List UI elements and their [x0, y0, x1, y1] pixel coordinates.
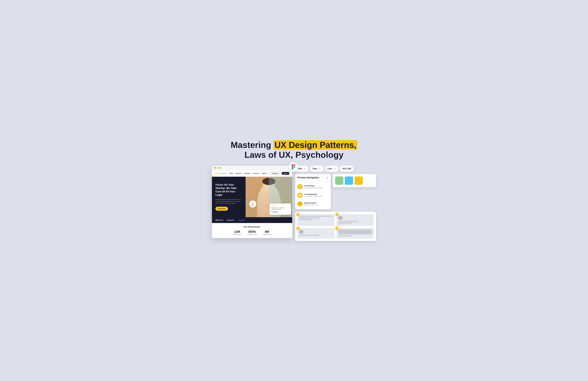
nav-about[interactable]: About ▾	[262, 173, 267, 174]
live-reporting-title: Live Reporting	[304, 193, 322, 195]
achievement-350: 350% Company Growth	[248, 230, 257, 235]
achievement-8m: 8M Global Investors	[263, 230, 271, 235]
figma-circle	[289, 162, 298, 172]
ai-grammar-desc: Working professionally easy	[304, 187, 322, 189]
browser-dot-yellow	[217, 167, 218, 169]
cars-label: Cars	[327, 167, 332, 170]
node-number-3: 3	[296, 227, 300, 230]
achievement-8m-number: 8M	[263, 230, 271, 234]
right-column: Kids › Toys › Cars › SUV (29)	[295, 166, 376, 241]
quick-invoice-text: Quick Invoice Receiving funds faster	[304, 202, 318, 206]
nav-dropdown-header[interactable]: Primary Navigation ∨	[295, 174, 331, 181]
achievements-grid: 12M Startup Success 350% Company Growth …	[215, 230, 289, 235]
browser-bar	[212, 166, 292, 170]
svg-rect-3	[292, 168, 294, 170]
wf-bar-3a	[299, 235, 319, 236]
wireframe-content: 1 2	[297, 214, 374, 239]
svg-rect-2	[292, 166, 294, 168]
nav-benefits[interactable]: Benefits ▾	[244, 173, 251, 174]
wireframe-node-1: 1	[297, 214, 335, 226]
live-reporting-text: Live Reporting Lorem ipsum business grow	[304, 193, 322, 197]
hero-image: 🔒 Trusted ★★★★★ Startup Law just make al…	[246, 177, 292, 217]
toys-label: Toys	[312, 167, 317, 170]
logo-o: O	[216, 172, 218, 174]
wf-circle-2	[338, 216, 342, 220]
live-reporting-desc: Lorem ipsum business grow	[304, 196, 322, 197]
nav-features[interactable]: Features ▾	[235, 173, 242, 174]
ai-grammar-text: AI Grammar Working professionally easy	[304, 185, 322, 189]
wf-bar-1a	[299, 216, 333, 217]
node-number-1: 1	[296, 213, 300, 216]
brands-section: NETFLIX verizon✓ Google	[212, 217, 292, 223]
contact-us-button[interactable]: Contact Us	[270, 172, 280, 175]
svg-rect-0	[292, 164, 294, 166]
wf-circle-3	[299, 229, 303, 234]
logo-text: L	[215, 172, 216, 174]
suv-label: SUV (29)	[342, 167, 351, 170]
page-wrapper: Mastering UX Design Patterns, Laws of UX…	[212, 140, 376, 241]
get-started-button[interactable]: Get Started	[215, 207, 228, 211]
wireframe-card: 1 2	[295, 212, 376, 241]
color-swatches-card	[333, 174, 376, 187]
browser-dot-red	[214, 167, 216, 169]
achievement-350-number: 350%	[248, 230, 257, 234]
quick-invoice-title: Quick Invoice	[304, 202, 318, 204]
nav-item-live-reporting[interactable]: 📄 Live Reporting Lorem ipsum business gr…	[295, 191, 331, 200]
category-pills: Kids › Toys › Cars › SUV (29)	[295, 166, 376, 172]
browser-frame-wrapper: LOGOIPSUM Home Features ▾ Benefits ▾ Ser…	[212, 166, 292, 238]
review-text: Startup Law just make all our missions w…	[271, 207, 289, 210]
swatch-blue	[345, 177, 353, 185]
achievements-section: Our Achievements 12M Startup Success 350…	[212, 223, 292, 238]
title-highlight: UX Design Patterns,	[273, 140, 357, 150]
main-title: Mastering UX Design Patterns, Laws of UX…	[212, 140, 376, 160]
figma-logo-icon	[291, 164, 295, 170]
hero-headline: Focus On Your Startup, We Take Care Of A…	[215, 183, 242, 197]
svg-point-4	[294, 166, 295, 168]
hero-section: Focus On Your Startup, We Take Care Of A…	[212, 177, 292, 217]
page-heading: Mastering UX Design Patterns, Laws of UX…	[212, 140, 376, 160]
sign-in-button[interactable]: Sign In	[282, 172, 289, 175]
logo-suffix: IPSUM	[221, 173, 226, 174]
category-toys[interactable]: Toys ›	[310, 166, 324, 172]
hero-body: Lorem ipsum dolor funding documen invest…	[215, 199, 242, 204]
title-part1: Mastering	[231, 140, 273, 150]
brand-verizon: verizon✓	[227, 219, 235, 221]
wf-bar-2b	[338, 223, 352, 224]
kids-arrow-icon: ›	[303, 167, 306, 170]
node-number-2: 2	[335, 213, 339, 216]
review-stars: ★★★★★	[271, 205, 289, 206]
achievement-8m-label: Global Investors	[263, 234, 271, 235]
trusted-badge: 🔒 Trusted	[249, 201, 256, 208]
wf-bar-1c	[299, 219, 313, 220]
nav-actions: Contact Us Sign In	[270, 172, 289, 175]
middle-row: Primary Navigation ∨ 📋 AI Grammar Workin…	[295, 174, 376, 209]
category-suv[interactable]: SUV (29)	[340, 166, 354, 172]
nav-home[interactable]: Home	[229, 173, 233, 174]
cars-arrow-icon: ›	[333, 167, 336, 170]
toys-arrow-icon: ›	[318, 167, 321, 170]
brand-google: Google	[239, 219, 245, 221]
trusted-lock-icon: 🔒	[252, 202, 254, 204]
ai-grammar-title: AI Grammar	[304, 185, 322, 187]
achievement-12m: 12M Startup Success	[233, 230, 242, 235]
browser-dot-green	[219, 167, 220, 169]
brand-netflix: NETFLIX	[215, 219, 223, 221]
achievements-title: Our Achievements	[215, 226, 289, 228]
browser-mockup: LOGOIPSUM Home Features ▾ Benefits ▾ Ser…	[212, 166, 292, 238]
achievement-350-label: Company Growth	[248, 234, 257, 235]
category-cars[interactable]: Cars ›	[325, 166, 339, 172]
nav-item-ai-grammar[interactable]: 📋 AI Grammar Working professionally easy	[295, 182, 331, 191]
nav-services[interactable]: Services ▾	[253, 173, 260, 174]
nav-dropdown-items: 📋 AI Grammar Working professionally easy…	[295, 181, 331, 209]
swatch-yellow	[355, 177, 363, 185]
nav-dropdown-card: Primary Navigation ∨ 📋 AI Grammar Workin…	[295, 174, 331, 209]
svg-rect-1	[294, 164, 295, 166]
nav-item-quick-invoice[interactable]: 💳 Quick Invoice Receiving funds faster	[295, 200, 331, 208]
hero-right: 🔒 Trusted ★★★★★ Startup Law just make al…	[246, 177, 292, 217]
review-role: CEO of Gvyanklukan	[271, 212, 289, 213]
trusted-label: Trusted	[251, 205, 254, 206]
wf-bar-2a	[338, 221, 358, 222]
achievement-12m-label: Startup Success	[233, 234, 242, 235]
nav-dropdown-title: Primary Navigation	[297, 176, 319, 179]
nav-links: Home Features ▾ Benefits ▾ Services ▾ Ab…	[229, 173, 267, 174]
